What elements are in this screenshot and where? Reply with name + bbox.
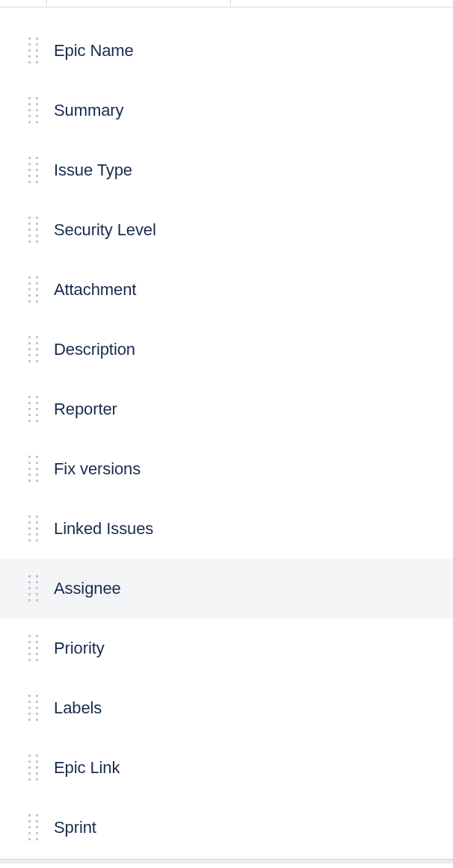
drag-handle-icon[interactable] [28, 814, 39, 841]
drag-handle-icon[interactable] [28, 217, 39, 244]
field-item-summary[interactable]: Summary [18, 81, 453, 140]
field-item-labels[interactable]: Labels [18, 678, 453, 738]
field-item-epic-link[interactable]: Epic Link [18, 738, 453, 798]
field-order-list: Epic Name Summary Issue Type Security Le… [0, 7, 453, 858]
drag-handle-icon[interactable] [28, 336, 39, 363]
field-label: Linked Issues [54, 519, 153, 539]
field-item-description[interactable]: Description [18, 320, 453, 379]
field-label: Assignee [54, 579, 121, 598]
drag-handle-icon[interactable] [28, 456, 39, 483]
drag-handle-icon[interactable] [28, 754, 39, 781]
drag-handle-icon[interactable] [28, 575, 39, 602]
field-label: Description [54, 340, 135, 359]
field-item-attachment[interactable]: Attachment [18, 260, 453, 320]
field-item-assignee[interactable]: Assignee [0, 559, 453, 619]
field-label: Fix versions [54, 459, 141, 479]
field-item-security-level[interactable]: Security Level [18, 200, 453, 260]
drag-handle-icon[interactable] [28, 635, 39, 662]
field-item-reporter[interactable]: Reporter [18, 379, 453, 439]
field-label: Epic Link [54, 758, 120, 778]
drag-handle-icon[interactable] [28, 515, 39, 542]
field-label: Attachment [54, 280, 136, 300]
bottom-divider [0, 859, 453, 868]
field-label: Security Level [54, 220, 156, 240]
field-label: Issue Type [54, 161, 132, 180]
drag-handle-icon[interactable] [28, 396, 39, 423]
header-divider [0, 0, 453, 7]
field-item-sprint[interactable]: Sprint [18, 798, 453, 858]
drag-handle-icon[interactable] [28, 37, 39, 64]
field-label: Reporter [54, 400, 117, 419]
field-label: Priority [54, 639, 105, 658]
field-label: Epic Name [54, 41, 134, 61]
field-item-issue-type[interactable]: Issue Type [18, 140, 453, 200]
field-item-priority[interactable]: Priority [18, 619, 453, 678]
drag-handle-icon[interactable] [28, 97, 39, 124]
field-item-linked-issues[interactable]: Linked Issues [18, 499, 453, 559]
drag-handle-icon[interactable] [28, 157, 39, 184]
field-label: Sprint [54, 818, 96, 837]
drag-handle-icon[interactable] [28, 695, 39, 722]
drag-handle-icon[interactable] [28, 276, 39, 303]
field-label: Labels [54, 698, 102, 718]
field-item-epic-name[interactable]: Epic Name [18, 21, 453, 81]
field-label: Summary [54, 101, 123, 120]
field-item-fix-versions[interactable]: Fix versions [18, 439, 453, 499]
